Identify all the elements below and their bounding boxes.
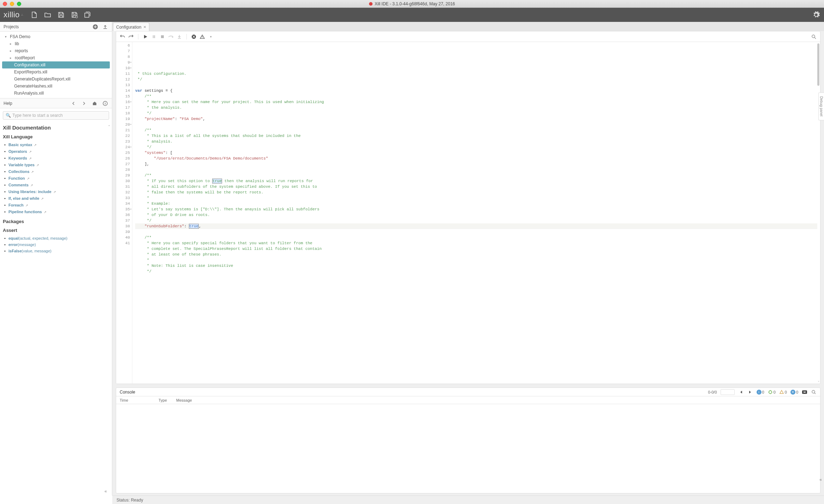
pause-button[interactable] [151,34,157,40]
step-over-button[interactable] [168,34,174,40]
help-home-button[interactable] [91,100,98,107]
app-icon [369,2,372,6]
scroll-down-icon[interactable]: ⌄ [818,378,819,384]
doc-link[interactable]: Comments ↗ [8,182,109,188]
tree-folder[interactable]: ▸reports [0,47,112,54]
save-all-button[interactable] [84,11,92,19]
zoom-window-button[interactable] [17,2,21,6]
doc-link[interactable]: Operators ↗ [8,148,109,155]
macos-titlebar: Xill IDE - 3.1.0-44-g68f646d, May 27, 20… [0,0,824,8]
help-header: Help [0,98,112,108]
svg-point-0 [76,16,78,18]
step-into-button[interactable] [177,34,182,40]
warnings-button[interactable] [199,34,205,40]
console-search-button[interactable] [811,389,817,395]
status-text: Status: Ready [117,498,143,503]
close-window-button[interactable] [3,2,7,6]
doc-link[interactable]: isFalse(value, message) [8,248,109,254]
console-clear-button[interactable] [802,389,807,395]
editor-tab[interactable]: Configuration ✕ [113,23,149,31]
doc-link[interactable]: Keywords ↗ [8,155,109,162]
line-gutter[interactable]: 6789▾10▾111213141516▾17181920▾21222324▾2… [116,42,132,384]
code-body[interactable]: ⌃ ⌄ * this configuration. */var settings… [132,42,820,384]
help-forward-button[interactable] [81,100,87,107]
doc-link[interactable]: Pipeline functions ↗ [8,209,109,215]
tree-file[interactable]: GenerateHashes.xill [0,83,112,90]
tree-file[interactable]: RunAnalysis.xill [0,90,112,97]
tree-folder[interactable]: ▸rootReport [0,54,112,61]
sidebar: Projects ▾FSA Demo ▸lib ▸reports ▸rootRe… [0,22,112,496]
editor-area: Configuration ✕ [112,22,824,496]
new-file-button[interactable] [30,11,38,19]
app-logo: xillio∴ [4,10,22,19]
debug-badge[interactable]: 0 [768,390,776,395]
doc-link[interactable]: Collections ↗ [8,168,109,175]
code-editor[interactable]: 6789▾10▾111213141516▾17181920▾21222324▾2… [116,42,820,384]
save-as-button[interactable] [70,11,79,19]
doc-link[interactable]: equal(actual, expected, message) [8,235,109,241]
minimize-window-button[interactable] [10,2,14,6]
console-label: Console [120,390,135,395]
dropdown-icon[interactable]: ▾ [208,34,214,40]
col-message: Message [176,398,817,402]
open-folder-button[interactable] [43,11,52,19]
stop-button[interactable] [160,34,165,40]
settings-button[interactable] [812,11,820,19]
tree-folder[interactable]: ▸lib [0,40,112,47]
debug-collapse-button[interactable]: « [819,477,822,482]
help-back-button[interactable] [70,100,77,107]
upload-project-button[interactable] [102,24,108,30]
main-toolbar: xillio∴ [0,8,824,22]
window-controls [3,2,21,6]
editor-tabs: Configuration ✕ [112,22,824,31]
close-tab-button[interactable]: ✕ [143,25,146,29]
console-columns: Time Type Message [116,396,820,404]
scrollbar-thumb[interactable] [817,43,819,86]
tree-file[interactable]: GenerateDuplicatesReport.xill [0,76,112,83]
assert-title: Assert [3,228,109,233]
doc-link[interactable]: Basic syntax ↗ [8,142,109,148]
console-count: 0-0/0 [708,390,717,394]
console-body[interactable] [116,404,820,493]
doc-link[interactable]: Function ↗ [8,175,109,182]
doc-link[interactable]: If, else and while ↗ [8,195,109,202]
projects-panel-header: Projects [0,22,112,32]
doc-link[interactable]: Foreach ↗ [8,202,109,209]
svg-point-5 [812,35,815,38]
run-button[interactable] [143,34,148,40]
console-filter-input[interactable] [721,389,735,395]
help-panel: Help 🔍 ⌃ Xill Documentation Xill Languag… [0,98,112,496]
doc-link[interactable]: Variable types ↗ [8,162,109,168]
console-last-button[interactable] [747,389,753,395]
clear-breakpoints-button[interactable] [191,34,197,40]
console-panel: Console 0-0/0 i0 0 0 ✕0 Time Type Messa [116,388,820,493]
lang-title: Xill Language [3,134,109,139]
new-project-button[interactable] [92,24,98,30]
doc-link[interactable]: Using libraries: include ↗ [8,188,109,195]
editor-toolbar: ▾ [116,31,820,42]
debug-panel-tab[interactable]: Debug panel [818,92,824,120]
tree-root[interactable]: ▾FSA Demo [0,33,112,40]
error-badge[interactable]: ✕0 [790,390,798,395]
tree-file-selected[interactable]: Configuration.xill [2,61,110,68]
redo-button[interactable] [128,34,134,40]
doc-link[interactable]: error(message) [8,241,109,248]
help-search-input[interactable] [3,111,109,120]
tree-file[interactable]: ExportReports.xill [0,68,112,76]
editor-wrap: ▾ 6789▾10▾111213141516▾17181920▾21222324… [116,31,820,384]
save-button[interactable] [57,11,65,19]
editor-search-button[interactable] [811,34,817,40]
help-label: Help [4,101,12,106]
project-tree: ▾FSA Demo ▸lib ▸reports ▸rootReport Conf… [0,32,112,98]
info-badge[interactable]: i0 [757,390,764,395]
help-info-button[interactable] [102,100,108,107]
window-title-text: Xill IDE - 3.1.0-44-g68f646d, May 27, 20… [375,1,455,6]
tab-label: Configuration [116,25,141,30]
scroll-up-icon[interactable]: ⌃ [108,125,111,128]
window-title: Xill IDE - 3.1.0-44-g68f646d, May 27, 20… [369,1,455,6]
sidebar-collapse-button[interactable]: » [105,489,107,494]
console-first-button[interactable] [738,389,744,395]
undo-button[interactable] [120,34,125,40]
warn-badge[interactable]: 0 [779,390,787,395]
projects-label: Projects [4,24,19,29]
